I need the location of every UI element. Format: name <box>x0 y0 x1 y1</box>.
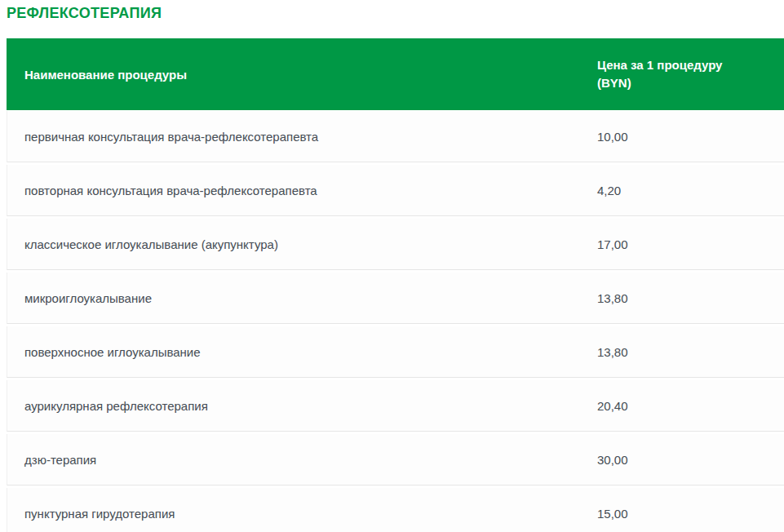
procedure-name-cell: дзю-терапия <box>7 453 579 467</box>
procedure-price-cell: 20,40 <box>579 399 628 413</box>
table-row: первичная консультация врача-рефлексотер… <box>7 111 784 162</box>
table-row: классическое иглоукалывание (акупунктура… <box>7 219 784 270</box>
procedure-name-cell: пунктурная гирудотерапия <box>7 507 579 521</box>
page: РЕФЛЕКСОТЕРАПИЯ Наименование процедуры Ц… <box>0 5 784 532</box>
procedure-price-cell: 4,20 <box>579 184 621 197</box>
column-header-procedure-name: Наименование процедуры <box>7 68 579 82</box>
table-row: дзю-терапия 30,00 <box>7 434 784 485</box>
procedure-price-cell: 15,00 <box>579 507 628 521</box>
table-row: поверхносное иглоукалывание 13,80 <box>7 326 784 378</box>
procedure-price-cell: 30,00 <box>579 453 628 467</box>
table-header-row: Наименование процедуры Цена за 1 процеду… <box>7 38 784 110</box>
page-title: РЕФЛЕКСОТЕРАПИЯ <box>7 5 784 21</box>
procedure-name-cell: поверхносное иглоукалывание <box>7 345 579 359</box>
procedure-name-cell: классическое иглоукалывание (акупунктура… <box>7 237 579 251</box>
column-header-price: Цена за 1 процедуру (BYN) <box>579 56 755 92</box>
procedure-name-cell: первичная консультация врача-рефлексотер… <box>7 130 579 144</box>
price-table: Наименование процедуры Цена за 1 процеду… <box>7 38 784 532</box>
table-row: пунктурная гирудотерапия 15,00 <box>7 488 784 532</box>
table-row: микроиглоукалывание 13,80 <box>7 273 784 324</box>
procedure-name-cell: микроиглоукалывание <box>7 291 579 305</box>
procedure-name-cell: повторная консультация врача-рефлексотер… <box>7 184 579 197</box>
table-body: первичная консультация врача-рефлексотер… <box>7 111 784 532</box>
table-row: аурикулярная рефлексотерапия 20,40 <box>7 380 784 432</box>
procedure-name-cell: аурикулярная рефлексотерапия <box>7 399 579 413</box>
procedure-price-cell: 10,00 <box>579 130 628 144</box>
procedure-price-cell: 13,80 <box>579 345 628 359</box>
procedure-price-cell: 13,80 <box>579 291 628 305</box>
table-row: повторная консультация врача-рефлексотер… <box>7 165 784 216</box>
procedure-price-cell: 17,00 <box>579 237 628 251</box>
